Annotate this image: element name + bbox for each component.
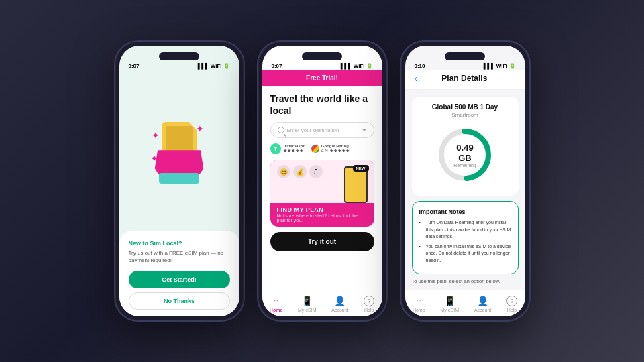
star-decoration-2: ✦ [196, 123, 204, 134]
phone-2: 9:07 ▌▌▌ WiFi 🔋 Free Trial! Travel the w… [257, 40, 388, 322]
phone-icons: 😊 💰 £ [277, 165, 323, 178]
google-logo [311, 145, 319, 153]
donut-center-label: 0.49 GB Remaining [450, 143, 480, 168]
signal-icon-2: ▌▌▌ [341, 63, 352, 69]
battery-icon-1: 🔋 [223, 63, 230, 69]
phone-2-screen: 9:07 ▌▌▌ WiFi 🔋 Free Trial! Travel the w… [262, 46, 382, 316]
signal-icon-3: ▌▌▌ [484, 63, 495, 69]
phone-1-content: 9:07 ▌▌▌ WiFi 🔋 ✦ ✦ ✦ [119, 46, 239, 316]
data-remaining-label: Remaining [450, 163, 480, 168]
phone-3-screen: 9:10 ▌▌▌ WiFi 🔋 ‹ Plan Details Global 50 [405, 46, 525, 316]
note-2: You can only install this eSIM to a devi… [419, 243, 511, 265]
account-icon-3: 👤 [477, 296, 488, 306]
search-icon [278, 127, 284, 133]
nav-esim-3[interactable]: 📱 My eSIM [440, 296, 459, 312]
phone-1-description: Try us out with a FREE eSIM plan — no pa… [129, 249, 230, 264]
battery-icon-3: 🔋 [509, 63, 516, 69]
icon-circle-2: 💰 [293, 165, 307, 178]
phone-2-content: 9:07 ▌▌▌ WiFi 🔋 Free Trial! Travel the w… [262, 46, 382, 316]
help-icon: ? [364, 296, 374, 306]
status-right-3: ▌▌▌ WiFi 🔋 [484, 63, 516, 69]
nav-help-3[interactable]: ? Help [506, 296, 517, 312]
bottom-nav-3: ⌂ Home 📱 My eSIM 👤 Account ? Help [405, 290, 525, 316]
time-1: 9:07 [129, 63, 140, 69]
account-icon: 👤 [334, 296, 345, 306]
new-tag: NEW [353, 165, 369, 172]
phone-1-bottom-content: New to Sim Local? Try us out with a FREE… [119, 231, 239, 316]
destination-search-box[interactable]: Enter your destination [270, 122, 374, 138]
data-usage-donut: 0.49 GB Remaining [435, 125, 495, 185]
nav-home[interactable]: ⌂ Home [270, 296, 282, 312]
google-rating: Google Rating 4.9 ★★★★★ [311, 144, 350, 154]
back-button[interactable]: ‹ [415, 73, 418, 84]
esim-label: My eSIM [298, 308, 317, 312]
esim-icon-3: 📱 [444, 296, 455, 306]
nav-account-3[interactable]: 👤 Account [474, 296, 491, 312]
phone-3-main: Global 500 MB 1 Day Smartroom 0. [405, 90, 525, 290]
phone-1: 9:07 ▌▌▌ WiFi 🔋 ✦ ✦ ✦ [114, 40, 245, 322]
plan-info-card: Global 500 MB 1 Day Smartroom 0. [412, 97, 519, 196]
search-inner: Enter your destination [278, 127, 339, 133]
sim-stand [159, 173, 199, 184]
time-3: 9:10 [415, 63, 425, 69]
wifi-icon-3: WiFi [496, 63, 508, 69]
no-thanks-button[interactable]: No Thanks [129, 292, 230, 310]
status-right-1: ▌▌▌ WiFi 🔋 [198, 63, 230, 69]
esim-label-3: My eSIM [440, 308, 459, 312]
home-label: Home [270, 308, 282, 312]
dynamic-island-2 [302, 52, 342, 60]
tripadvisor-logo: T [270, 143, 281, 154]
icon-circle-1: 😊 [277, 165, 290, 178]
dynamic-island-1 [159, 52, 199, 60]
battery-icon-2: 🔋 [366, 63, 373, 69]
plan-provider: Smartroom [419, 112, 512, 118]
hero-area: ✦ ✦ ✦ [119, 70, 239, 231]
note-1: Turn On Data Roaming after you install t… [419, 219, 511, 241]
wifi-icon-2: WiFi [354, 63, 365, 69]
tripadvisor-rating: T Tripadvisor ★★★★★ [270, 143, 305, 154]
new-to-sim-badge: New to Sim Local? [129, 240, 230, 247]
phones-container: 9:07 ▌▌▌ WiFi 🔋 ✦ ✦ ✦ [114, 40, 531, 322]
home-label-3: Home [413, 308, 425, 312]
get-started-button[interactable]: Get Started! [129, 271, 230, 288]
select-option-text: To use this plan, select an option below… [412, 278, 519, 284]
free-trial-banner[interactable]: Free Trial! [262, 70, 382, 86]
help-label: Help [364, 308, 374, 312]
find-plan-label: FIND MY PLAN [277, 206, 368, 213]
nav-home-3[interactable]: ⌂ Home [413, 296, 425, 312]
try-it-out-button[interactable]: Try it out [270, 232, 374, 251]
plan-details-title: Plan Details [423, 74, 506, 83]
star-decoration-1: ✦ [152, 130, 160, 141]
signal-icon-1: ▌▌▌ [198, 63, 209, 69]
status-right-2: ▌▌▌ WiFi 🔋 [341, 63, 373, 69]
dynamic-island-3 [445, 52, 485, 60]
wifi-icon-1: WiFi [211, 63, 222, 69]
account-label-3: Account [474, 308, 491, 312]
nav-account[interactable]: 👤 Account [331, 296, 348, 312]
phone-3: 9:10 ▌▌▌ WiFi 🔋 ‹ Plan Details Global 50 [400, 40, 531, 322]
sim-hero-illustration: ✦ ✦ ✦ [149, 117, 209, 184]
nav-my-esim[interactable]: 📱 My eSIM [298, 296, 317, 312]
important-notes-card: Important Notes Turn On Data Roaming aft… [412, 201, 519, 274]
find-plan-card[interactable]: 😊 💰 £ NEW FIND MY PLAN Not sure where to… [270, 160, 374, 227]
data-remaining-value: 0.49 GB [450, 143, 480, 163]
headline: Travel the world like a local [270, 93, 374, 117]
phone-2-main: Travel the world like a local Enter your… [262, 86, 382, 290]
help-label-3: Help [507, 308, 517, 312]
google-stars: 4.9 ★★★★★ [321, 148, 350, 154]
phone-1-screen: 9:07 ▌▌▌ WiFi 🔋 ✦ ✦ ✦ [119, 46, 239, 316]
plan-name: Global 500 MB 1 Day [419, 103, 512, 111]
chevron-down-icon [362, 129, 367, 131]
home-icon: ⌂ [273, 296, 278, 306]
phone-3-content: 9:10 ▌▌▌ WiFi 🔋 ‹ Plan Details Global 50 [405, 46, 525, 316]
tripadvisor-stars: ★★★★★ [283, 148, 305, 154]
find-plan-bottom: FIND MY PLAN Not sure where to start? Le… [270, 202, 374, 227]
find-plan-sub: Not sure where to start? Let us find the… [277, 213, 368, 223]
search-placeholder: Enter your destination [287, 127, 339, 133]
account-label: Account [331, 308, 348, 312]
nav-help[interactable]: ? Help [364, 296, 374, 312]
esim-icon: 📱 [301, 296, 313, 306]
home-icon-3: ⌂ [416, 296, 421, 306]
bottom-nav-2: ⌂ Home 📱 My eSIM 👤 Account ? Help [262, 290, 382, 316]
time-2: 9:07 [272, 63, 282, 69]
